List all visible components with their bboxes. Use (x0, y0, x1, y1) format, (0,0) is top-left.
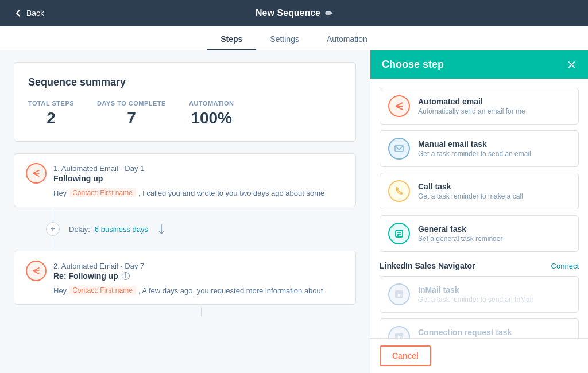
manual-email-icon (388, 138, 410, 160)
option-manual-email[interactable]: Manual email task Get a task reminder to… (380, 130, 579, 167)
inmail-task-text: InMail task Get a task reminder to send … (418, 285, 533, 304)
linkedin-connect-link[interactable]: Connect (551, 262, 579, 270)
info-icon[interactable]: i (122, 272, 130, 280)
tab-automation[interactable]: Automation (313, 29, 381, 50)
step-1-name: 1. Automated Email - Day 1 (53, 164, 144, 173)
step-2-name: 2. Automated Email - Day 7 (53, 262, 144, 270)
automated-email-icon (388, 95, 410, 117)
manual-email-text: Manual email task Get a task reminder to… (418, 139, 531, 158)
delay-row: Delay: 6 business days (60, 209, 165, 248)
step-2-subject: Re: Following up i (53, 271, 144, 281)
step-1-subject: Following up (53, 174, 144, 183)
call-task-text: Call task Get a task reminder to make a … (418, 182, 523, 200)
stat-days-to-complete: Days to Complete 7 (97, 100, 166, 127)
summary-card: Sequence summary Total Steps 2 Days to C… (14, 62, 356, 142)
general-task-text: General task Set a general task reminder (418, 224, 502, 243)
connection-request-name: Connection request task (418, 328, 533, 337)
stat-total-steps: Total Steps 2 (28, 100, 74, 127)
step-2-contact-tag: Contact: First name (69, 286, 136, 295)
linkedin-section-label: LinkedIn Sales Navigator (380, 261, 475, 270)
call-task-icon (388, 180, 410, 202)
panel-footer: Cancel (370, 338, 588, 373)
option-automated-email[interactable]: Automated email Automatically send an em… (380, 88, 579, 125)
step-1-icon (26, 163, 47, 184)
option-general-task[interactable]: General task Set a general task reminder (380, 215, 579, 252)
step-2-icon (26, 261, 47, 281)
automated-email-text: Automated email Automatically send an em… (418, 97, 525, 115)
delay-value: 6 business days (95, 225, 148, 234)
main-content: Sequence summary Total Steps 2 Days to C… (0, 50, 588, 373)
back-label: Back (26, 9, 44, 18)
stat-automation: Automation 100% (189, 100, 234, 127)
svg-text:in: in (397, 335, 402, 338)
stat-total-steps-value: 2 (28, 109, 74, 127)
inmail-task-name: InMail task (418, 285, 533, 294)
call-task-name: Call task (418, 182, 523, 191)
choose-step-panel: Choose step ✕ Automated email Automatica… (370, 50, 588, 373)
manual-email-name: Manual email task (418, 139, 531, 149)
cancel-button[interactable]: Cancel (380, 345, 431, 366)
step-card-1: 1. Automated Email - Day 1 Following up … (14, 153, 356, 207)
tab-steps[interactable]: Steps (207, 29, 256, 50)
general-task-icon (388, 223, 410, 244)
header-title: New Sequence ✏ (256, 8, 332, 19)
inmail-task-desc: Get a task reminder to send an InMail (418, 296, 533, 304)
edit-title-icon[interactable]: ✏ (325, 8, 332, 19)
option-call-task[interactable]: Call task Get a task reminder to make a … (380, 173, 579, 209)
stat-automation-label: Automation (189, 100, 234, 107)
close-panel-button[interactable]: ✕ (567, 59, 577, 71)
call-task-desc: Get a task reminder to make a call (418, 192, 523, 200)
app-header: Back New Sequence ✏ (0, 0, 588, 26)
stat-days-value: 7 (97, 109, 166, 127)
tab-settings[interactable]: Settings (256, 29, 313, 50)
svg-text:in: in (397, 292, 402, 298)
connection-request-text: Connection request task Get a task remin… (418, 328, 533, 338)
stat-automation-value: 100% (189, 109, 234, 127)
panel-header: Choose step ✕ (370, 50, 588, 79)
manual-email-desc: Get a task reminder to send an email (418, 150, 531, 158)
option-inmail-task: in InMail task Get a task reminder to se… (380, 276, 579, 313)
left-panel: Sequence summary Total Steps 2 Days to C… (0, 50, 370, 373)
step-1-header: 1. Automated Email - Day 1 Following up (26, 163, 344, 184)
step-1-preview: Hey Contact: First name , I called you a… (26, 188, 344, 197)
step-2-info: 2. Automated Email - Day 7 Re: Following… (53, 262, 144, 281)
general-task-desc: Set a general task reminder (418, 235, 502, 243)
connector-line-bottom2 (201, 307, 202, 316)
stat-total-steps-label: Total Steps (28, 100, 74, 107)
stat-days-label: Days to Complete (97, 100, 166, 107)
step-2-preview: Hey Contact: First name , A few days ago… (26, 286, 344, 295)
tabs-bar: Steps Settings Automation (0, 26, 588, 50)
connection-request-icon: in (388, 326, 410, 338)
inmail-task-icon: in (388, 283, 410, 305)
option-connection-request: in Connection request task Get a task re… (380, 318, 579, 338)
general-task-name: General task (418, 224, 502, 234)
linkedin-section-header: LinkedIn Sales Navigator Connect (380, 261, 579, 270)
panel-body: Automated email Automatically send an em… (370, 79, 588, 338)
automated-email-desc: Automatically send an email for me (418, 107, 525, 115)
back-button[interactable]: Back (14, 9, 44, 18)
step-1-contact-tag: Contact: First name (69, 188, 136, 197)
sequence-title: New Sequence (256, 8, 320, 18)
connector-line-bottom (53, 237, 53, 248)
panel-title: Choose step (382, 59, 444, 71)
add-step-button[interactable]: + (46, 222, 60, 236)
step-1-info: 1. Automated Email - Day 1 Following up (53, 164, 144, 183)
connector-line-top (53, 209, 53, 221)
summary-title: Sequence summary (28, 76, 342, 88)
automated-email-name: Automated email (418, 97, 525, 106)
summary-stats: Total Steps 2 Days to Complete 7 Automat… (28, 100, 342, 127)
step-2-header: 2. Automated Email - Day 7 Re: Following… (26, 261, 344, 281)
step-card-2: 2. Automated Email - Day 7 Re: Following… (14, 251, 356, 305)
